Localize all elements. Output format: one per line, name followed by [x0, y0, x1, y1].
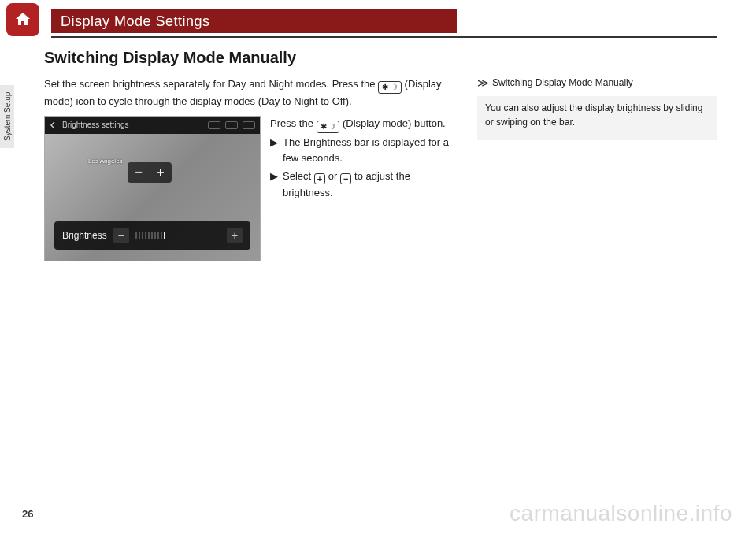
intro-text: Set the screen brightness separately for…: [44, 76, 461, 109]
instructions: Press the ✱ ☽ (Display mode) button. ▶ T…: [270, 116, 461, 261]
display-mode-icon: ✱ ☽: [378, 81, 402, 94]
bullet2-a: Select: [283, 170, 314, 182]
section-title: Display Mode Settings: [61, 13, 210, 30]
figure-brightness-label: Brightness: [62, 230, 107, 241]
figure-slider: [135, 231, 220, 240]
intro-part1: Set the screen brightness separately for…: [44, 78, 378, 90]
header-divider: [51, 36, 717, 38]
figure-mode-indicator: [225, 121, 238, 129]
bullet-2: ▶ Select + or − to adjust the brightness…: [270, 169, 461, 202]
triangle-bullet-icon: ▶: [270, 169, 278, 202]
section-header-band: Display Mode Settings: [51, 9, 457, 33]
triangle-bullet-icon: ▶: [270, 135, 278, 168]
plus-icon: +: [314, 173, 325, 184]
figure-minus-button: −: [113, 228, 129, 243]
step-press: Press the ✱ ☽ (Display mode) button.: [270, 116, 461, 133]
step-press-1: Press the: [270, 117, 317, 129]
figure-header: Brightness settings: [45, 117, 260, 134]
figure-brightness-bar: Brightness − +: [54, 221, 250, 250]
figure-mode-indicator: [243, 121, 255, 129]
figure-plus-button: +: [227, 228, 243, 243]
display-mode-icon: ✱ ☽: [317, 121, 340, 133]
sidebar-arrow-icon: ≫: [477, 76, 489, 89]
main-columns: Set the screen brightness separately for…: [44, 76, 717, 261]
page-number: 26: [22, 508, 33, 520]
side-tab-system-setup: System Setup: [0, 85, 14, 148]
sidebar-body: You can also adjust the display brightne…: [477, 96, 717, 140]
home-icon[interactable]: [6, 3, 39, 36]
zoom-minus-icon: −: [135, 165, 142, 180]
figure-mode-indicator: [208, 121, 220, 129]
bullet-2-text: Select + or − to adjust the brightness.: [283, 169, 461, 202]
screenshot-figure: Brightness settings Los Angeles − +: [44, 116, 261, 261]
bullet-1: ▶ The Brightness bar is displayed for a …: [270, 135, 461, 168]
sidebar-header: ≫ Switching Display Mode Manually: [477, 76, 717, 91]
page-subtitle: Switching Display Mode Manually: [44, 49, 717, 67]
zoom-plus-icon: +: [157, 165, 164, 180]
step-press-2: (Display mode) button.: [343, 117, 446, 129]
figure-zoom-control: − +: [128, 162, 172, 183]
figure-map: Los Angeles − + Brightness −: [45, 134, 260, 261]
right-column: ≫ Switching Display Mode Manually You ca…: [477, 76, 717, 261]
content-area: Switching Display Mode Manually Set the …: [44, 49, 717, 502]
bullet-1-text: The Brightness bar is displayed for a fe…: [283, 135, 461, 168]
sidebar-header-text: Switching Display Mode Manually: [492, 77, 633, 88]
figure-row: Brightness settings Los Angeles − +: [44, 116, 461, 261]
figure-map-label: Los Angeles: [88, 158, 123, 165]
left-column: Set the screen brightness separately for…: [44, 76, 461, 261]
watermark: carmanualsonline.info: [510, 501, 732, 526]
bullet2-b: or: [328, 170, 340, 182]
figure-back-icon: [50, 121, 57, 129]
figure-header-title: Brightness settings: [62, 121, 129, 129]
sidebar-box: ≫ Switching Display Mode Manually You ca…: [477, 76, 717, 140]
minus-icon: −: [340, 173, 351, 184]
